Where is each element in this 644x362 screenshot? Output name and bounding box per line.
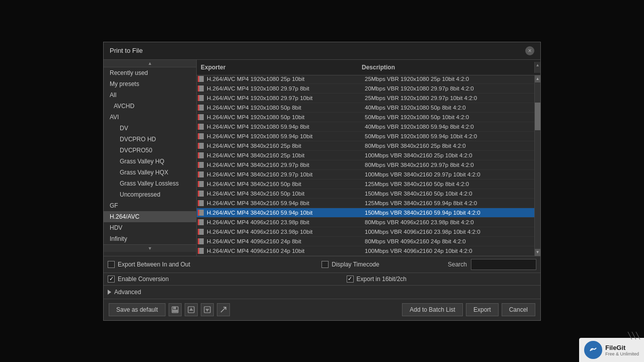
cell-description: 25Mbps VBR 1920x1080 25p 10bit 4:2:0 [361, 75, 534, 83]
table-row[interactable]: H.264/AVC MP4 3840x2160 25p 8bit80Mbps V… [197, 141, 534, 151]
sidebar-item-all[interactable]: All [104, 89, 196, 101]
sidebar-item-infinity[interactable]: Infinity [104, 233, 196, 244]
advanced-row[interactable]: Advanced [104, 286, 540, 299]
advanced-triangle-icon [108, 290, 111, 295]
load-icon-button[interactable] [185, 303, 198, 316]
cell-exporter: H.264/AVC MP4 1920x1080 50p 8bit [205, 103, 361, 112]
sidebar-item-grass-valley-hq[interactable]: Grass Valley HQ [104, 156, 196, 167]
table-row[interactable]: H.264/AVC MP4 4096x2160 24p 10bit100Mbps… [197, 246, 534, 256]
table-row[interactable]: H.264/AVC MP4 1920x1080 25p 10bit25Mbps … [197, 75, 534, 84]
cell-exporter: H.264/AVC MP4 3840x2160 29.97p 10bit [205, 170, 361, 179]
display-timecode-checkbox[interactable] [321, 261, 329, 268]
upload-icon-button[interactable] [201, 303, 214, 316]
row-exporter-icon [197, 123, 205, 131]
cell-description: 125Mbps VBR 3840x2160 59.94p 8bit 4:2:0 [361, 199, 534, 208]
sidebar-item-h264-avc[interactable]: H.264/AVC [104, 211, 196, 222]
svg-marker-4 [189, 308, 193, 311]
export-button[interactable]: Export [466, 303, 499, 316]
sidebar-item-uncompressed[interactable]: Uncompressed [104, 189, 196, 200]
table-row[interactable]: H.264/AVC MP4 1920x1080 59.94p 8bit40Mbp… [197, 122, 534, 132]
table-row[interactable]: H.264/AVC MP4 1920x1080 29.97p 8bit20Mbp… [197, 84, 534, 94]
sidebar-item-dvcpro50[interactable]: DVCPRO50 [104, 145, 196, 156]
load-icon [188, 306, 195, 313]
table-row[interactable]: H.264/AVC MP4 3840x2160 29.97p 8bit80Mbp… [197, 160, 534, 170]
export-icon-button[interactable] [217, 303, 230, 316]
cell-exporter: H.264/AVC MP4 4096x2160 23.98p 10bit [205, 227, 361, 236]
table-row[interactable]: H.264/AVC MP4 3840x2160 50p 10bit150Mbps… [197, 189, 534, 199]
row-exporter-icon [197, 104, 205, 112]
table-header-scroll-up[interactable]: ▲ [534, 62, 540, 73]
sidebar-item-grass-valley-lossless[interactable]: Grass Valley Lossless [104, 178, 196, 189]
scroll-up-arrow[interactable]: ▲ [535, 75, 540, 82]
sidebar-item-my-presets[interactable]: My presets [104, 78, 196, 89]
enable-conversion-checkbox[interactable]: ✓ [108, 276, 115, 283]
enable-conversion-label: Enable Conversion [118, 276, 169, 283]
save-default-button[interactable]: Save as default [109, 303, 166, 316]
save-icon [172, 306, 179, 313]
sidebar-item-dvcpro-hd[interactable]: DVCPRO HD [104, 134, 196, 145]
export-between-checkbox[interactable] [108, 261, 115, 268]
sidebar-item-avi[interactable]: AVI [104, 112, 196, 123]
table-row[interactable]: H.264/AVC MP4 3840x2160 29.97p 10bit100M… [197, 170, 534, 179]
scroll-down-arrow[interactable]: ▼ [535, 249, 540, 256]
close-button[interactable]: × [525, 46, 534, 55]
cell-description: 150Mbps VBR 3840x2160 59.94p 10bit 4:2:0 [361, 208, 534, 217]
row-exporter-icon [197, 161, 205, 169]
row-exporter-icon [197, 94, 205, 102]
sidebar-item-avchd[interactable]: AVCHD [104, 101, 196, 112]
sidebar: ▲ Recently usedMy presetsAllAVCHDAVIDVDV… [104, 60, 197, 256]
row-exporter-icon [197, 170, 205, 178]
cancel-button[interactable]: Cancel [502, 303, 535, 316]
table-row[interactable]: H.264/AVC MP4 3840x2160 59.94p 8bit125Mb… [197, 199, 534, 208]
row-exporter-icon [197, 132, 205, 140]
enable-conversion-option[interactable]: ✓ Enable Conversion [108, 276, 169, 283]
table-row[interactable]: H.264/AVC MP4 3840x2160 25p 10bit100Mbps… [197, 151, 534, 160]
table-row[interactable]: H.264/AVC MP4 3840x2160 50p 8bit125Mbps … [197, 179, 534, 189]
col-description-header: Description [358, 62, 534, 73]
filegit-tagline: Free & Unlimited [605, 351, 639, 356]
export-between-option[interactable]: Export Between In and Out [108, 261, 190, 268]
sidebar-item-grass-valley-hqx[interactable]: Grass Valley HQX [104, 167, 196, 178]
footer-buttons: Save as default [104, 299, 540, 320]
options-row-2: ✓ Enable Conversion ✓ Export in 16bit/2c… [104, 273, 540, 286]
table-row[interactable]: H.264/AVC MP4 3840x2160 59.94p 10bit150M… [197, 208, 534, 218]
cell-description: 20Mbps VBR 1920x1080 29.97p 8bit 4:2:0 [361, 84, 534, 93]
cell-exporter: H.264/AVC MP4 1920x1080 25p 10bit [205, 75, 361, 83]
cell-exporter: H.264/AVC MP4 1920x1080 59.94p 10bit [205, 132, 361, 141]
cell-exporter: H.264/AVC MP4 4096x2160 24p 8bit [205, 237, 361, 246]
sidebar-item-gf[interactable]: GF [104, 200, 196, 211]
table-row[interactable]: H.264/AVC MP4 1920x1080 59.94p 10bit50Mb… [197, 132, 534, 141]
sidebar-scroll-up[interactable]: ▲ [104, 60, 196, 67]
search-input[interactable] [471, 259, 536, 270]
cell-description: 100Mbps VBR 4096x2160 24p 10bit 4:2:0 [361, 246, 534, 255]
cell-description: 80Mbps VBR 4096x2160 24p 8bit 4:2:0 [361, 237, 534, 246]
add-batch-button[interactable]: Add to Batch List [402, 303, 463, 316]
table-row[interactable]: H.264/AVC MP4 4096x2160 23.98p 10bit100M… [197, 227, 534, 237]
cell-description: 25Mbps VBR 1920x1080 29.97p 10bit 4:2:0 [361, 94, 534, 103]
cell-description: 80Mbps VBR 3840x2160 25p 8bit 4:2:0 [361, 141, 534, 150]
sidebar-item-recently-used[interactable]: Recently used [104, 67, 196, 78]
table-row[interactable]: H.264/AVC MP4 1920x1080 50p 8bit40Mbps V… [197, 103, 534, 113]
display-timecode-option[interactable]: Display Timecode [321, 261, 379, 268]
table-row[interactable]: H.264/AVC MP4 4096x2160 23.98p 8bit80Mbp… [197, 218, 534, 227]
row-exporter-icon [197, 75, 205, 83]
svg-rect-1 [173, 307, 176, 309]
export-16bit-option[interactable]: ✓ Export in 16bit/2ch [347, 276, 407, 283]
table-row[interactable]: H.264/AVC MP4 1920x1080 50p 10bit50Mbps … [197, 113, 534, 122]
scroll-thumb[interactable] [535, 103, 540, 130]
table-row[interactable]: H.264/AVC MP4 1920x1080 29.97p 10bit25Mb… [197, 94, 534, 103]
table-row[interactable]: H.264/AVC MP4 4096x2160 24p 8bit80Mbps V… [197, 237, 534, 246]
sidebar-item-hdv[interactable]: HDV [104, 222, 196, 233]
cell-exporter: H.264/AVC MP4 4096x2160 23.98p 8bit [205, 218, 361, 227]
row-exporter-icon [197, 190, 205, 198]
search-label: Search [448, 261, 467, 268]
cell-exporter: H.264/AVC MP4 1920x1080 29.97p 8bit [205, 84, 361, 93]
sidebar-item-dv[interactable]: DV [104, 123, 196, 134]
save-icon-button[interactable] [169, 303, 182, 316]
export-16bit-checkbox[interactable]: ✓ [347, 276, 354, 283]
cell-description: 125Mbps VBR 3840x2160 50p 8bit 4:2:0 [361, 179, 534, 189]
table-scrollbar[interactable]: ▲ ▼ [534, 75, 540, 256]
bottom-area: Export Between In and Out Display Timeco… [104, 256, 540, 320]
sidebar-scroll-down[interactable]: ▼ [104, 244, 196, 252]
dialog-body: ▲ Recently usedMy presetsAllAVCHDAVIDVDV… [104, 60, 540, 256]
